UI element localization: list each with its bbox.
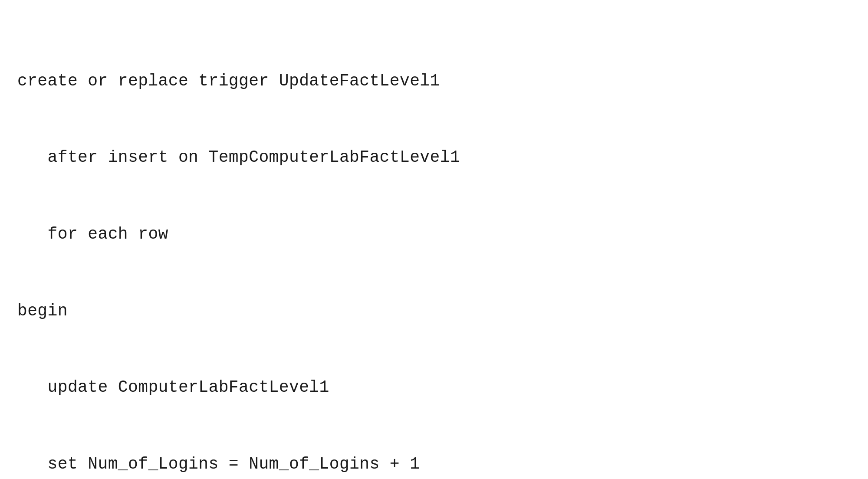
code-line-6: set Num_of_Logins = Num_of_Logins + 1 (17, 452, 460, 477)
code-line-1: create or replace trigger UpdateFactLeve… (17, 69, 460, 94)
code-line-4: begin (17, 299, 460, 324)
code-line-3: for each row (17, 222, 460, 247)
sql-code-block: create or replace trigger UpdateFactLeve… (17, 17, 460, 479)
code-line-2: after insert on TempComputerLabFactLevel… (17, 145, 460, 171)
code-line-5: update ComputerLabFactLevel1 (17, 375, 460, 400)
